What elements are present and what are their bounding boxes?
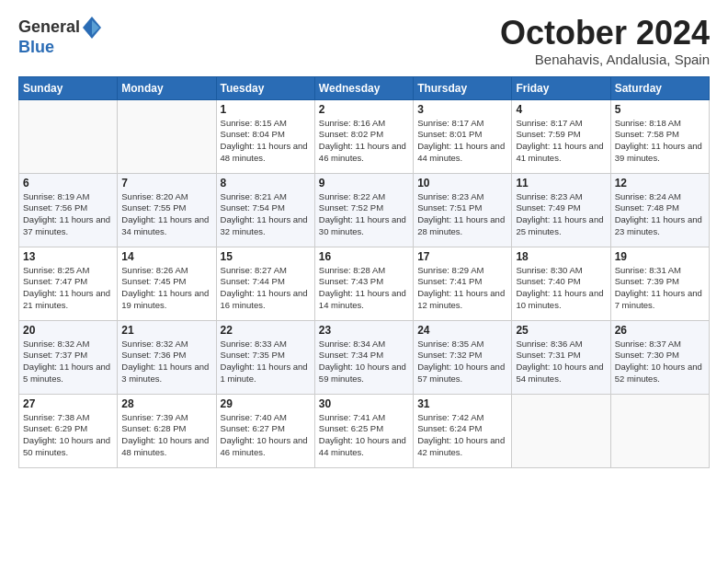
day-cell: 4Sunrise: 8:17 AMSunset: 7:59 PMDaylight… (512, 99, 610, 173)
day-info: Sunrise: 8:32 AMSunset: 7:37 PMDaylight:… (23, 339, 113, 385)
day-number: 27 (23, 397, 113, 410)
day-info: Sunrise: 8:30 AMSunset: 7:40 PMDaylight:… (516, 265, 606, 312)
day-number: 11 (516, 177, 606, 190)
day-cell: 24Sunrise: 8:35 AMSunset: 7:32 PMDayligh… (414, 320, 512, 394)
day-info: Sunrise: 8:17 AMSunset: 7:59 PMDaylight:… (516, 118, 606, 165)
day-cell: 6Sunrise: 8:19 AMSunset: 7:56 PMDaylight… (19, 173, 118, 247)
week-row-1: 1Sunrise: 8:15 AMSunset: 8:04 PMDaylight… (19, 99, 710, 173)
day-cell: 20Sunrise: 8:32 AMSunset: 7:37 PMDayligh… (19, 320, 118, 394)
day-cell: 1Sunrise: 8:15 AMSunset: 8:04 PMDaylight… (216, 99, 314, 173)
day-number: 14 (121, 250, 211, 263)
day-cell: 9Sunrise: 8:22 AMSunset: 7:52 PMDaylight… (314, 173, 413, 247)
day-number: 24 (417, 324, 507, 337)
day-info: Sunrise: 8:29 AMSunset: 7:41 PMDaylight:… (417, 265, 507, 312)
day-header-row: SundayMondayTuesdayWednesdayThursdayFrid… (19, 76, 710, 99)
logo-icon (82, 15, 102, 40)
weekday-header-tuesday: Tuesday (216, 76, 314, 99)
day-cell (19, 99, 118, 173)
day-info: Sunrise: 8:18 AMSunset: 7:58 PMDaylight:… (615, 118, 705, 165)
day-number: 21 (121, 324, 211, 337)
day-info: Sunrise: 8:31 AMSunset: 7:39 PMDaylight:… (615, 265, 705, 312)
logo-blue: Blue (18, 39, 102, 57)
day-info: Sunrise: 8:22 AMSunset: 7:52 PMDaylight:… (319, 191, 409, 238)
day-number: 10 (417, 177, 507, 190)
weekday-header-wednesday: Wednesday (314, 76, 413, 99)
day-cell: 15Sunrise: 8:27 AMSunset: 7:44 PMDayligh… (216, 247, 314, 320)
day-cell: 21Sunrise: 8:32 AMSunset: 7:36 PMDayligh… (118, 320, 216, 394)
day-info: Sunrise: 7:42 AMSunset: 6:24 PMDaylight:… (417, 412, 507, 459)
day-number: 23 (319, 324, 409, 337)
day-info: Sunrise: 8:19 AMSunset: 7:56 PMDaylight:… (23, 191, 113, 238)
day-number: 28 (121, 397, 211, 410)
day-cell: 19Sunrise: 8:31 AMSunset: 7:39 PMDayligh… (610, 247, 709, 320)
day-number: 31 (417, 397, 507, 410)
day-info: Sunrise: 8:23 AMSunset: 7:51 PMDaylight:… (417, 191, 507, 238)
day-info: Sunrise: 8:26 AMSunset: 7:45 PMDaylight:… (121, 265, 211, 312)
day-cell: 28Sunrise: 7:39 AMSunset: 6:28 PMDayligh… (118, 394, 216, 467)
day-cell: 26Sunrise: 8:37 AMSunset: 7:30 PMDayligh… (610, 320, 709, 394)
day-number: 8 (221, 177, 311, 190)
day-cell: 10Sunrise: 8:23 AMSunset: 7:51 PMDayligh… (414, 173, 512, 247)
day-info: Sunrise: 8:33 AMSunset: 7:35 PMDaylight:… (221, 339, 311, 385)
day-number: 29 (221, 397, 311, 410)
day-number: 3 (417, 103, 507, 116)
location-title: Benahavis, Andalusia, Spain (500, 52, 710, 67)
day-info: Sunrise: 8:27 AMSunset: 7:44 PMDaylight:… (221, 265, 311, 312)
month-title: October 2024 (500, 15, 710, 52)
calendar-table: SundayMondayTuesdayWednesdayThursdayFrid… (18, 76, 710, 468)
day-info: Sunrise: 8:34 AMSunset: 7:34 PMDaylight:… (319, 339, 409, 385)
day-info: Sunrise: 7:38 AMSunset: 6:29 PMDaylight:… (23, 412, 113, 459)
day-cell: 27Sunrise: 7:38 AMSunset: 6:29 PMDayligh… (19, 394, 118, 467)
day-cell: 29Sunrise: 7:40 AMSunset: 6:27 PMDayligh… (216, 394, 314, 467)
day-cell: 8Sunrise: 8:21 AMSunset: 7:54 PMDaylight… (216, 173, 314, 247)
day-info: Sunrise: 8:28 AMSunset: 7:43 PMDaylight:… (319, 265, 409, 312)
day-cell: 23Sunrise: 8:34 AMSunset: 7:34 PMDayligh… (314, 320, 413, 394)
day-number: 1 (221, 103, 311, 116)
day-number: 9 (319, 177, 409, 190)
day-info: Sunrise: 7:41 AMSunset: 6:25 PMDaylight:… (319, 412, 409, 459)
day-number: 6 (23, 177, 113, 190)
day-cell: 30Sunrise: 7:41 AMSunset: 6:25 PMDayligh… (314, 394, 413, 467)
weekday-header-friday: Friday (512, 76, 610, 99)
week-row-4: 20Sunrise: 8:32 AMSunset: 7:37 PMDayligh… (19, 320, 710, 394)
day-cell: 18Sunrise: 8:30 AMSunset: 7:40 PMDayligh… (512, 247, 610, 320)
day-info: Sunrise: 7:40 AMSunset: 6:27 PMDaylight:… (221, 412, 311, 459)
day-info: Sunrise: 8:21 AMSunset: 7:54 PMDaylight:… (221, 191, 311, 238)
header: General Blue October 2024 Benahavis, And… (18, 15, 710, 67)
day-number: 19 (615, 250, 705, 263)
day-number: 2 (319, 103, 409, 116)
day-number: 4 (516, 103, 606, 116)
day-number: 26 (615, 324, 705, 337)
day-cell: 2Sunrise: 8:16 AMSunset: 8:02 PMDaylight… (314, 99, 413, 173)
title-block: October 2024 Benahavis, Andalusia, Spain (500, 15, 710, 67)
day-number: 22 (221, 324, 311, 337)
logo-general: General (18, 18, 80, 37)
day-cell: 5Sunrise: 8:18 AMSunset: 7:58 PMDaylight… (610, 99, 709, 173)
day-number: 20 (23, 324, 113, 337)
day-cell (610, 394, 709, 467)
day-cell: 12Sunrise: 8:24 AMSunset: 7:48 PMDayligh… (610, 173, 709, 247)
day-number: 12 (615, 177, 705, 190)
weekday-header-saturday: Saturday (610, 76, 709, 99)
day-info: Sunrise: 8:36 AMSunset: 7:31 PMDaylight:… (516, 339, 606, 385)
weekday-header-thursday: Thursday (414, 76, 512, 99)
day-cell: 16Sunrise: 8:28 AMSunset: 7:43 PMDayligh… (314, 247, 413, 320)
day-number: 30 (319, 397, 409, 410)
day-number: 16 (319, 250, 409, 263)
day-info: Sunrise: 8:15 AMSunset: 8:04 PMDaylight:… (221, 118, 311, 165)
day-info: Sunrise: 8:35 AMSunset: 7:32 PMDaylight:… (417, 339, 507, 385)
day-number: 7 (121, 177, 211, 190)
page: General Blue October 2024 Benahavis, And… (0, 0, 728, 563)
day-info: Sunrise: 8:25 AMSunset: 7:47 PMDaylight:… (23, 265, 113, 312)
day-info: Sunrise: 7:39 AMSunset: 6:28 PMDaylight:… (121, 412, 211, 459)
logo: General Blue (18, 15, 102, 57)
day-info: Sunrise: 8:20 AMSunset: 7:55 PMDaylight:… (121, 191, 211, 238)
day-info: Sunrise: 8:24 AMSunset: 7:48 PMDaylight:… (615, 191, 705, 238)
day-info: Sunrise: 8:37 AMSunset: 7:30 PMDaylight:… (615, 339, 705, 385)
weekday-header-sunday: Sunday (19, 76, 118, 99)
day-cell: 25Sunrise: 8:36 AMSunset: 7:31 PMDayligh… (512, 320, 610, 394)
day-info: Sunrise: 8:16 AMSunset: 8:02 PMDaylight:… (319, 118, 409, 165)
day-cell (512, 394, 610, 467)
day-number: 18 (516, 250, 606, 263)
day-cell: 3Sunrise: 8:17 AMSunset: 8:01 PMDaylight… (414, 99, 512, 173)
